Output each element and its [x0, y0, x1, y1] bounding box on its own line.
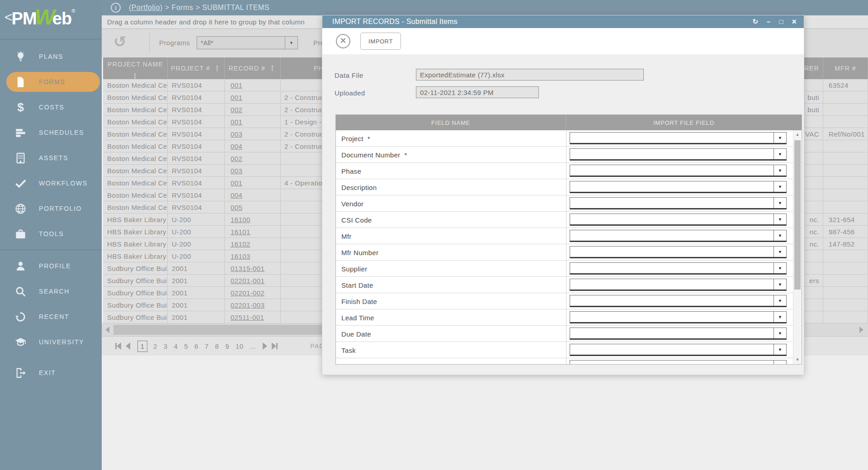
dropdown-arrow-icon[interactable]	[774, 181, 786, 192]
page-button-7[interactable]: 7	[205, 342, 209, 350]
import-field-dropdown[interactable]	[570, 246, 787, 258]
sync-icon[interactable]	[753, 15, 759, 28]
page-button-3[interactable]: 3	[164, 342, 168, 350]
sidebar-item-costs[interactable]: $COSTS	[0, 95, 102, 120]
programs-select[interactable]: *All*	[197, 36, 298, 49]
sidebar-item-tools[interactable]: TOOLS	[0, 221, 102, 247]
record-link[interactable]: 16102	[231, 240, 250, 248]
import-field-dropdown[interactable]	[570, 328, 787, 340]
dropdown-arrow-icon[interactable]	[774, 361, 786, 365]
column-header-project-name[interactable]: PROJECT NAME	[103, 57, 168, 79]
breadcrumb-portfolio-link[interactable]: (Portfolio)	[129, 4, 163, 11]
column-header-record-no[interactable]: RECORD #	[225, 57, 281, 79]
import-field-dropdown[interactable]	[570, 279, 787, 291]
import-field-dropdown[interactable]	[570, 295, 787, 307]
record-link[interactable]: 01315-001	[231, 265, 264, 272]
record-link[interactable]: 004	[231, 142, 242, 150]
record-link[interactable]: 16100	[231, 216, 250, 223]
import-field-dropdown[interactable]	[570, 344, 787, 356]
dropdown-arrow-icon[interactable]	[774, 230, 786, 241]
dropdown-arrow-icon[interactable]	[774, 263, 786, 273]
page-button-2[interactable]: 2	[153, 342, 157, 350]
chevron-down-icon[interactable]	[285, 37, 297, 49]
pmweb-logo[interactable]: <PMWeb®	[5, 5, 75, 29]
minimize-icon[interactable]	[767, 15, 770, 28]
first-page-button[interactable]	[115, 342, 121, 350]
modal-title-bar[interactable]: IMPORT RECORDS - Submittal Items	[322, 15, 804, 28]
dropdown-arrow-icon[interactable]	[774, 214, 786, 224]
import-field-dropdown[interactable]	[570, 148, 787, 161]
sidebar-item-portfolio[interactable]: PORTFOLIO	[0, 196, 102, 221]
page-button-10[interactable]: 10	[236, 342, 244, 350]
column-menu-icon[interactable]	[269, 66, 276, 71]
dropdown-arrow-icon[interactable]	[774, 279, 786, 290]
sidebar-item-recent[interactable]: RECENT	[0, 304, 102, 329]
record-link[interactable]: 004	[231, 191, 242, 199]
record-link[interactable]: 001	[231, 94, 242, 101]
scroll-right-icon[interactable]	[859, 327, 863, 333]
column-menu-icon[interactable]	[103, 74, 167, 78]
sidebar-item-schedules[interactable]: SCHEDULES	[0, 120, 102, 145]
dropdown-arrow-icon[interactable]	[774, 133, 786, 143]
page-button-current[interactable]: 1	[137, 341, 147, 352]
import-field-dropdown[interactable]	[570, 360, 787, 365]
sidebar-item-exit[interactable]: EXIT	[0, 360, 102, 385]
import-field-dropdown[interactable]	[570, 165, 787, 177]
column-menu-icon[interactable]	[214, 66, 221, 71]
dropdown-arrow-icon[interactable]	[774, 344, 786, 355]
sidebar-item-plans[interactable]: PLANS	[0, 44, 102, 69]
sidebar-item-workflows[interactable]: WORKFLOWS	[0, 171, 102, 196]
sidebar-item-profile[interactable]: PROFILE	[0, 253, 102, 279]
dropdown-arrow-icon[interactable]	[774, 328, 786, 338]
page-button-9[interactable]: 9	[225, 342, 229, 350]
page-button-...[interactable]: ...	[250, 342, 256, 350]
record-link[interactable]: 002	[231, 155, 242, 162]
page-button-8[interactable]: 8	[215, 342, 219, 350]
dropdown-arrow-icon[interactable]	[774, 165, 786, 176]
data-file-input[interactable]	[416, 69, 644, 81]
import-field-dropdown[interactable]	[570, 181, 787, 193]
dropdown-arrow-icon[interactable]	[774, 198, 786, 208]
page-button-6[interactable]: 6	[194, 342, 198, 350]
import-field-dropdown[interactable]	[570, 311, 787, 323]
import-field-dropdown[interactable]	[570, 214, 787, 226]
dropdown-arrow-icon[interactable]	[774, 149, 786, 159]
scroll-down-icon[interactable]	[793, 356, 802, 364]
refresh-icon[interactable]	[113, 33, 127, 51]
sidebar-item-assets[interactable]: ASSETS	[0, 145, 102, 171]
record-link[interactable]: 16103	[231, 252, 250, 260]
scrollbar-thumb[interactable]	[794, 140, 801, 290]
sidebar-item-forms[interactable]: FORMS	[6, 72, 100, 92]
record-link[interactable]: 02201-001	[231, 277, 264, 285]
record-link[interactable]: 002	[231, 106, 242, 114]
column-header-project-no[interactable]: PROJECT #	[168, 57, 225, 79]
record-link[interactable]: 02511-001	[231, 313, 264, 321]
import-button[interactable]: IMPORT	[360, 33, 401, 50]
record-link[interactable]: 005	[231, 204, 242, 211]
record-link[interactable]: 02201-002	[231, 289, 264, 297]
scroll-up-icon[interactable]	[793, 130, 802, 138]
modal-vertical-scrollbar[interactable]	[793, 130, 801, 364]
info-icon[interactable]	[111, 3, 121, 13]
page-button-5[interactable]: 5	[184, 342, 188, 350]
next-page-button[interactable]	[263, 342, 267, 350]
cancel-icon[interactable]	[336, 34, 350, 48]
record-link[interactable]: 001	[231, 81, 242, 89]
previous-page-button[interactable]	[126, 342, 130, 350]
import-field-dropdown[interactable]	[570, 230, 787, 242]
last-page-button[interactable]	[272, 342, 278, 350]
dropdown-arrow-icon[interactable]	[774, 312, 786, 322]
sidebar-item-university[interactable]: UNIVERSITY	[0, 329, 102, 355]
import-field-dropdown[interactable]	[570, 197, 787, 209]
record-link[interactable]: 16101	[231, 228, 250, 236]
dropdown-arrow-icon[interactable]	[774, 247, 786, 257]
import-field-dropdown[interactable]	[570, 262, 787, 275]
record-link[interactable]: 003	[231, 130, 242, 138]
record-link[interactable]: 001	[231, 179, 242, 187]
maximize-icon[interactable]	[779, 15, 783, 28]
import-field-dropdown[interactable]	[570, 132, 787, 144]
record-link[interactable]: 02201-003	[231, 301, 264, 309]
page-button-4[interactable]: 4	[174, 342, 178, 350]
uploaded-input[interactable]	[416, 86, 539, 98]
sidebar-item-search[interactable]: SEARCH	[0, 279, 102, 304]
